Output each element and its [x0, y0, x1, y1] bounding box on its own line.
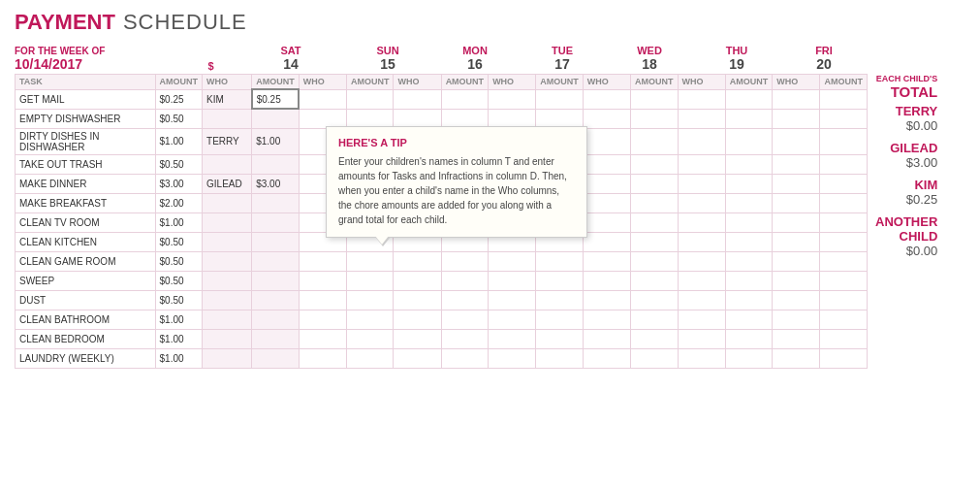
sat-who-cell[interactable]	[203, 212, 252, 232]
mon-day-num: 16	[431, 56, 519, 72]
table-row[interactable]: LAUNDRY (WEEKLY)$1.00	[16, 348, 868, 368]
thu-who-cell[interactable]	[678, 109, 725, 128]
task-cell: LAUNDRY (WEEKLY)	[16, 348, 156, 368]
fri-who-cell[interactable]	[773, 232, 820, 251]
sat-who-cell[interactable]	[203, 271, 252, 290]
mon-who-cell[interactable]	[394, 290, 441, 310]
wed-who-cell[interactable]	[583, 174, 630, 193]
mon-who-cell[interactable]	[394, 89, 441, 109]
fri-who-cell[interactable]	[773, 329, 820, 348]
thu-who-cell[interactable]	[678, 193, 725, 212]
wed-day-num: 18	[606, 56, 693, 72]
fri-who-cell[interactable]	[773, 109, 820, 128]
sat-who-cell[interactable]	[203, 310, 252, 329]
mon-who-cell[interactable]	[394, 329, 441, 348]
child-entry: GILEAD$3.00	[875, 141, 937, 170]
table-row[interactable]: SWEEP$0.50	[16, 271, 868, 290]
fri-who-cell[interactable]	[773, 193, 820, 212]
thu-amount-cell	[725, 89, 773, 109]
thu-who-cell[interactable]	[678, 271, 725, 290]
table-row[interactable]: EMPTY DISHWASHER$0.50	[16, 109, 868, 128]
tue-who-cell[interactable]	[489, 251, 536, 271]
th-wed-amount: AMOUNT	[631, 75, 679, 90]
sat-who-cell[interactable]	[203, 109, 252, 128]
sun-who-cell[interactable]	[299, 348, 346, 368]
wed-who-cell[interactable]	[583, 348, 630, 368]
sun-who-cell[interactable]	[299, 329, 346, 348]
wed-who-cell[interactable]	[583, 329, 630, 348]
sun-who-cell[interactable]	[299, 251, 346, 271]
table-row[interactable]: CLEAN GAME ROOM$0.50	[16, 251, 868, 271]
sun-who-cell[interactable]	[299, 109, 346, 128]
fri-who-cell[interactable]	[773, 310, 820, 329]
sat-who-cell[interactable]: GILEAD	[203, 174, 252, 193]
wed-who-cell[interactable]	[583, 109, 630, 128]
tue-who-cell[interactable]	[489, 109, 536, 128]
table-row[interactable]: CLEAN BEDROOM$1.00	[16, 329, 868, 348]
wed-who-cell[interactable]	[583, 232, 630, 251]
tue-amount-cell	[536, 271, 584, 290]
table-row[interactable]: GET MAIL$0.25KIM$0.25	[16, 89, 868, 109]
wed-who-cell[interactable]	[583, 290, 630, 310]
mon-who-cell[interactable]	[394, 251, 441, 271]
tue-who-cell[interactable]	[489, 348, 536, 368]
sun-who-cell[interactable]	[299, 310, 346, 329]
wed-who-cell[interactable]	[583, 212, 630, 232]
th-fri-amount: AMOUNT	[820, 75, 868, 90]
fri-who-cell[interactable]	[773, 290, 820, 310]
wed-who-cell[interactable]	[583, 128, 630, 154]
sat-who-cell[interactable]	[203, 251, 252, 271]
sat-who-cell[interactable]: KIM	[203, 89, 252, 109]
fri-who-cell[interactable]	[773, 89, 820, 109]
mon-amount-cell	[441, 251, 489, 271]
tue-who-cell[interactable]	[489, 290, 536, 310]
mon-who-cell[interactable]	[394, 271, 441, 290]
fri-who-cell[interactable]	[773, 212, 820, 232]
thu-who-cell[interactable]	[678, 89, 725, 109]
mon-who-cell[interactable]	[394, 348, 441, 368]
sat-who-cell[interactable]: TERRY	[203, 128, 252, 154]
tue-who-cell[interactable]	[489, 329, 536, 348]
wed-who-cell[interactable]	[583, 271, 630, 290]
wed-who-cell[interactable]	[583, 154, 630, 174]
thu-who-cell[interactable]	[678, 154, 725, 174]
tue-who-cell[interactable]	[489, 271, 536, 290]
wed-who-cell[interactable]	[583, 89, 630, 109]
sat-who-cell[interactable]	[203, 154, 252, 174]
fri-who-cell[interactable]	[773, 348, 820, 368]
mon-who-cell[interactable]	[394, 109, 441, 128]
fri-who-cell[interactable]	[773, 154, 820, 174]
mon-who-cell[interactable]	[394, 310, 441, 329]
fri-who-cell[interactable]	[773, 251, 820, 271]
fri-who-cell[interactable]	[773, 174, 820, 193]
thu-who-cell[interactable]	[678, 251, 725, 271]
table-row[interactable]: CLEAN BATHROOM$1.00	[16, 310, 868, 329]
sat-who-cell[interactable]	[203, 193, 252, 212]
fri-who-cell[interactable]	[773, 128, 820, 154]
tue-who-cell[interactable]	[489, 89, 536, 109]
sat-who-cell[interactable]	[203, 348, 252, 368]
tue-who-cell[interactable]	[489, 310, 536, 329]
thu-who-cell[interactable]	[678, 232, 725, 251]
sat-who-cell[interactable]	[203, 232, 252, 251]
sun-header: SUN 15	[344, 45, 431, 72]
sun-who-cell[interactable]	[299, 290, 346, 310]
sun-day-name: SUN	[344, 45, 431, 56]
thu-who-cell[interactable]	[678, 174, 725, 193]
thu-who-cell[interactable]	[678, 128, 725, 154]
sat-who-cell[interactable]	[203, 329, 252, 348]
wed-who-cell[interactable]	[583, 193, 630, 212]
thu-who-cell[interactable]	[678, 290, 725, 310]
sun-who-cell[interactable]	[299, 89, 346, 109]
thu-who-cell[interactable]	[678, 212, 725, 232]
fri-who-cell[interactable]	[773, 271, 820, 290]
thu-who-cell[interactable]	[678, 329, 725, 348]
table-row[interactable]: DUST$0.50	[16, 290, 868, 310]
thu-who-cell[interactable]	[678, 310, 725, 329]
sun-who-cell[interactable]	[299, 271, 346, 290]
tue-amount-cell	[536, 290, 584, 310]
wed-who-cell[interactable]	[583, 310, 630, 329]
wed-who-cell[interactable]	[583, 251, 630, 271]
sat-who-cell[interactable]	[203, 290, 252, 310]
thu-who-cell[interactable]	[678, 348, 725, 368]
